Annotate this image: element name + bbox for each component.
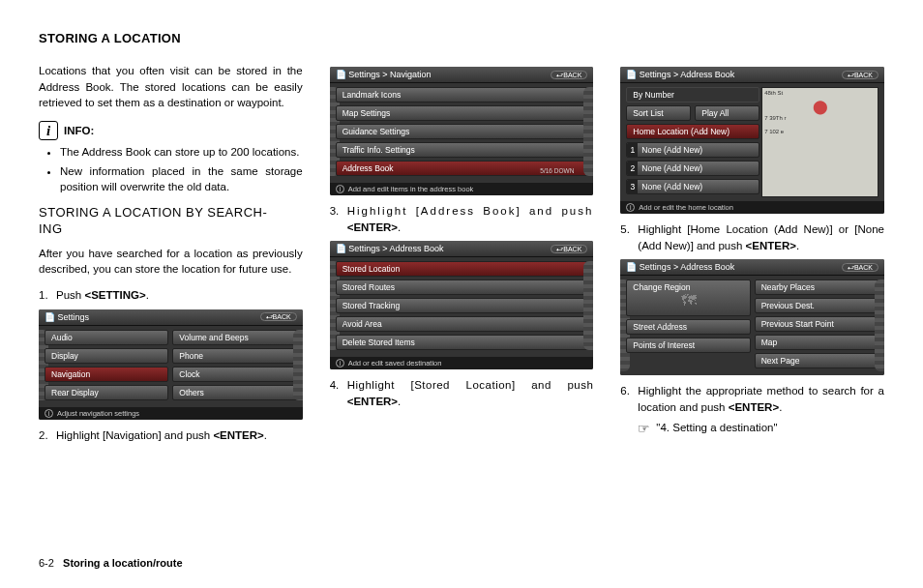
step-text: Highlight [Navigation] and push <ENTER>.	[56, 427, 303, 444]
menu-item: Guidance Settings	[336, 124, 588, 139]
screenshot-navigation: 📄 Settings > Navigation ⮐BACK Landmark I…	[330, 67, 594, 195]
sub-paragraph: After you have searched for a location a…	[39, 246, 303, 278]
screenshot-address-book-map: 📄 Settings > Address Book ⮐BACK By Numbe…	[620, 67, 884, 214]
screen-title: 📄 Settings	[45, 312, 89, 322]
info-header: i INFO:	[39, 121, 303, 140]
column-2: 📄 Settings > Navigation ⮐BACK Landmark I…	[330, 63, 594, 450]
menu-item: Previous Start Point	[755, 316, 878, 332]
step-number: 5.	[620, 221, 638, 253]
intro-paragraph: Locations that you often visit can be st…	[39, 63, 303, 111]
menu-item: Volume and Beeps	[172, 330, 296, 345]
step-number: 4.	[330, 377, 347, 409]
xref-text: "4. Setting a destination"	[656, 422, 777, 435]
menu-item: Clock	[172, 367, 296, 382]
column-3: 📄 Settings > Address Book ⮐BACK By Numbe…	[620, 63, 884, 450]
menu-item: Nearby Places	[755, 279, 878, 295]
menu-item: Audio	[45, 330, 168, 345]
subheading: STORING A LOCATION BY SEARCH-ING	[39, 205, 303, 238]
menu-item: Others	[172, 385, 296, 400]
screen-title: 📄 Settings > Address Book	[336, 244, 444, 253]
step-text: Push <SETTING>.	[56, 287, 303, 304]
menu-item: Landmark Icons	[336, 87, 588, 103]
back-button: ⮐BACK	[260, 312, 297, 321]
menu-item: Stored Tracking	[336, 298, 588, 313]
menu-item-selected: Stored Location	[336, 261, 588, 277]
xref-icon: ☞	[638, 422, 650, 435]
pager: 5/16 DOWN	[540, 167, 574, 174]
menu-item: None (Add New)	[626, 142, 759, 158]
menu-item: Next Page	[755, 353, 878, 368]
page-title: STORING A LOCATION	[39, 31, 884, 45]
menu-item: Map	[755, 335, 878, 350]
back-button: ⮐BACK	[842, 263, 878, 272]
menu-item: Change Region🗺	[626, 279, 750, 316]
menu-item: None (Add New)	[626, 179, 759, 194]
screen-footer: iAdd or edit the home location	[620, 201, 884, 214]
cross-reference: ☞ "4. Setting a destination"	[638, 422, 884, 435]
menu-item-selected: Home Location (Add New)	[626, 124, 759, 139]
info-icon: i	[45, 409, 53, 418]
play-button: Play All	[695, 105, 759, 121]
back-button: ⮐BACK	[551, 71, 587, 79]
step-6: 6. Highlight the appropriate method to s…	[620, 383, 884, 415]
step-text: Highlight the appropriate method to sear…	[638, 383, 884, 415]
screenshot-address-book-search: 📄 Settings > Address Book ⮐BACK Change R…	[620, 259, 884, 375]
menu-header: By Number	[626, 87, 759, 103]
step-number: 1.	[39, 287, 56, 304]
content-columns: Locations that you often visit can be st…	[39, 63, 884, 450]
step-text: Highlight [Stored Location] and push <EN…	[347, 377, 594, 409]
screen-title: 📄 Settings > Navigation	[336, 70, 432, 79]
info-bullets: The Address Book can store up to 200 loc…	[39, 144, 303, 195]
info-bullet: New information placed in the same stora…	[60, 163, 303, 195]
info-icon: i	[39, 121, 58, 140]
menu-item: Map Settings	[336, 105, 588, 121]
screen-footer: iAdd and edit items in the address book	[330, 183, 594, 195]
menu-item: Delete Stored Items	[336, 335, 588, 350]
map-preview: 48th St ⬤ 7 39Th r 7 102 e	[761, 87, 878, 197]
menu-item: None (Add New)	[626, 161, 759, 176]
screenshot-settings: 📄 Settings ⮐BACK AudioVolume and Beeps D…	[39, 309, 303, 420]
screen-footer: iAdd or edit saved destination	[330, 357, 594, 369]
info-icon: i	[626, 203, 635, 212]
step-number: 3.	[330, 203, 347, 235]
info-label: INFO:	[64, 125, 94, 136]
info-icon: i	[336, 185, 344, 193]
screenshot-address-book: 📄 Settings > Address Book ⮐BACK Stored L…	[330, 241, 594, 369]
menu-item: Points of Interest	[626, 338, 750, 353]
sort-button: Sort List	[626, 105, 691, 121]
step-3: 3. Highlight [Address Book] and push <EN…	[330, 203, 594, 235]
menu-item: Street Address	[626, 319, 750, 335]
step-4: 4. Highlight [Stored Location] and push …	[330, 377, 594, 409]
menu-item: Display	[45, 348, 168, 364]
menu-item-selected: Navigation	[45, 367, 168, 382]
back-button: ⮐BACK	[551, 245, 587, 253]
menu-item: Traffic Info. Settings	[336, 142, 588, 158]
menu-item: Avoid Area	[336, 316, 588, 332]
step-text: Highlight [Home Location (Add New)] or […	[638, 221, 884, 253]
step-2: 2. Highlight [Navigation] and push <ENTE…	[39, 427, 303, 444]
screen-title: 📄 Settings > Address Book	[626, 70, 734, 79]
menu-item: Stored Routes	[336, 279, 588, 295]
back-button: ⮐BACK	[842, 71, 878, 79]
step-number: 6.	[620, 383, 638, 415]
info-bullet: The Address Book can store up to 200 loc…	[60, 144, 303, 161]
step-1: 1. Push <SETTING>.	[39, 287, 303, 304]
info-icon: i	[336, 359, 344, 368]
step-number: 2.	[39, 427, 56, 444]
menu-item: Phone	[172, 348, 296, 364]
screen-footer: iAdjust navigation settings	[39, 407, 303, 420]
page-footer: 6-2 Storing a location/route	[39, 557, 183, 569]
step-5: 5. Highlight [Home Location (Add New)] o…	[620, 221, 884, 253]
column-1: Locations that you often visit can be st…	[39, 63, 303, 450]
step-text: Highlight [Address Book] and push <ENTER…	[347, 203, 594, 235]
screen-title: 📄 Settings > Address Book	[626, 262, 734, 272]
menu-item: Previous Dest.	[755, 298, 878, 313]
menu-item: Rear Display	[45, 385, 168, 400]
